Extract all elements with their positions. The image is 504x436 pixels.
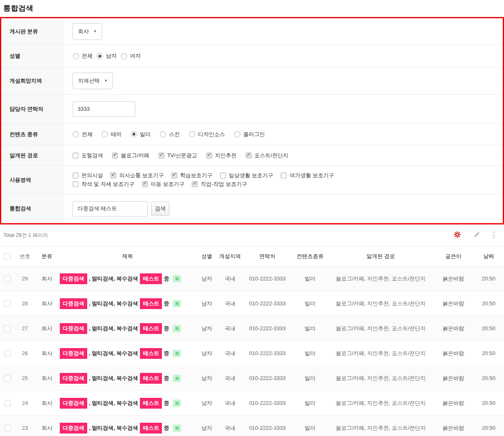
region-select-value: 지역선택 — [78, 77, 100, 85]
field-label-contact: 담당자 연락처 — [1, 95, 64, 123]
title-text: , 멀티검색, 복수검색 — [89, 375, 138, 382]
content-type-radio-group: 전체테마빌더스킨디자인소스플러그인 — [73, 131, 274, 138]
option-label: 포스트/전단지 — [254, 152, 289, 159]
table-row[interactable]: 29 회사 다중검색 , 멀티검색, 복수검색 테스트 중 N 남자 국내 01… — [0, 266, 504, 291]
gender-radio-1[interactable]: 전체 — [73, 52, 93, 60]
highlight-badge: 테스트 — [140, 348, 162, 359]
usage-checkbox-l2-3[interactable]: 직업-작업 보조기구 — [192, 180, 247, 188]
contact-input[interactable] — [73, 101, 135, 117]
usage-checkbox-1[interactable]: 편의시설 — [73, 172, 103, 179]
usage-checkbox-4[interactable]: 일상생활 보조기구 — [220, 172, 274, 179]
highlight-badge: 테스트 — [140, 398, 162, 409]
row-referral: 블로그/카페, 지인추천, 포스트/전단지 — [328, 325, 433, 332]
highlight-badge: 다중검색 — [60, 398, 87, 409]
usage-checkbox-l2-2[interactable]: 이동 보조기구 — [142, 180, 185, 188]
usage-checkbox-2[interactable]: 의사소통 보조기구 — [110, 172, 164, 179]
board-category-select[interactable]: 회사 ▼ — [73, 23, 102, 40]
row-title-link[interactable]: 다중검색 , 멀티검색, 복수검색 테스트 중 N — [59, 423, 196, 434]
row-phone: 010-2222-3333 — [242, 325, 292, 331]
row-checkbox[interactable] — [4, 300, 11, 307]
content-type-radio-3[interactable]: 빌더 — [131, 131, 151, 138]
radio-icon — [189, 131, 195, 137]
table-row[interactable]: 27 회사 다중검색 , 멀티검색, 복수검색 테스트 중 N 남자 국내 01… — [0, 316, 504, 341]
more-options-button[interactable] — [493, 231, 495, 240]
row-checkbox[interactable] — [4, 275, 11, 282]
content-type-radio-1[interactable]: 전체 — [73, 131, 93, 138]
header-category: 분류 — [35, 253, 59, 260]
table-row[interactable]: 23 회사 다중검색 , 멀티검색, 복수검색 테스트 중 N 남자 국내 01… — [0, 415, 504, 436]
table-row[interactable]: 25 회사 다중검색 , 멀티검색, 복수검색 테스트 중 N 남자 국내 01… — [0, 365, 504, 390]
content-type-radio-2[interactable]: 테마 — [102, 131, 122, 138]
row-referral: 블로그/카페, 지인추천, 포스트/전단지 — [328, 300, 433, 307]
referral-checkbox-2[interactable]: 블로그/카페 — [112, 152, 149, 159]
row-content-type: 빌더 — [292, 350, 328, 357]
row-checkbox[interactable] — [4, 400, 11, 407]
row-category: 회사 — [35, 325, 59, 332]
select-all-checkbox[interactable] — [4, 253, 11, 260]
title-suffix: 중 — [164, 399, 169, 407]
settings-button[interactable] — [454, 231, 461, 239]
row-referral: 블로그/카페, 지인추천, 포스트/전단지 — [328, 350, 433, 357]
row-gender: 남자 — [196, 350, 218, 357]
row-number: 27 — [15, 325, 35, 331]
row-checkbox[interactable] — [4, 375, 11, 382]
content-type-radio-4[interactable]: 스킨 — [160, 131, 180, 138]
title-text: , 멀티검색, 복수검색 — [89, 275, 138, 283]
row-number: 26 — [15, 350, 35, 356]
referral-checkbox-4[interactable]: 지인추천 — [206, 152, 237, 159]
gender-radio-3[interactable]: 여자 — [121, 52, 141, 60]
option-label: 착석 및 자세 보조기구 — [81, 180, 135, 188]
row-title-link[interactable]: 다중검색 , 멀티검색, 복수검색 테스트 중 N — [59, 273, 196, 284]
row-writer: 붉은바람 — [433, 350, 473, 357]
usage-checkbox-5[interactable]: 여가생활 보조기구 — [281, 172, 334, 179]
new-badge: N — [173, 350, 181, 357]
field-label-search: 통합검색 — [1, 194, 64, 223]
row-content-type: 빌더 — [292, 325, 328, 332]
title-text: , 멀티검색, 복수검색 — [89, 300, 138, 307]
content-type-radio-6[interactable]: 플러그인 — [234, 131, 265, 138]
row-date: 20:50 — [473, 425, 504, 431]
checkbox-icon — [171, 173, 177, 178]
title-text: , 멀티검색, 복수검색 — [89, 350, 138, 357]
header-title: 제목 — [59, 253, 196, 260]
row-category: 회사 — [35, 375, 59, 382]
new-badge: N — [173, 325, 181, 332]
row-category: 회사 — [35, 424, 59, 432]
title-text: , 멀티검색, 복수검색 — [89, 424, 138, 432]
gender-radio-2[interactable]: 남자 — [97, 52, 117, 60]
field-label-content-type: 컨텐츠 종류 — [1, 124, 64, 145]
search-button[interactable]: 검색 — [151, 202, 169, 216]
highlight-badge: 다중검색 — [60, 273, 87, 284]
option-label: 전체 — [82, 131, 93, 138]
row-checkbox[interactable] — [4, 425, 11, 431]
referral-checkbox-3[interactable]: TV/신문광고 — [159, 152, 197, 159]
row-title-link[interactable]: 다중검색 , 멀티검색, 복수검색 테스트 중 N — [59, 398, 196, 409]
highlight-badge: 다중검색 — [60, 423, 87, 434]
row-date: 20:50 — [473, 350, 504, 356]
row-title-link[interactable]: 다중검색 , 멀티검색, 복수검색 테스트 중 N — [59, 348, 196, 359]
usage-checkbox-3[interactable]: 학습보조기구 — [171, 172, 213, 179]
row-title-link[interactable]: 다중검색 , 멀티검색, 복수검색 테스트 중 N — [59, 323, 196, 334]
referral-checkbox-1[interactable]: 포털검색 — [73, 152, 103, 159]
option-label: 스킨 — [169, 131, 180, 138]
row-checkbox[interactable] — [4, 350, 11, 357]
header-date: 날짜 — [473, 253, 504, 260]
form-row-search: 통합검색 검색 — [1, 194, 503, 223]
table-row[interactable]: 28 회사 다중검색 , 멀티검색, 복수검색 테스트 중 N 남자 국내 01… — [0, 291, 504, 316]
content-type-radio-5[interactable]: 디자인소스 — [189, 131, 225, 138]
row-number: 23 — [15, 425, 35, 431]
row-checkbox[interactable] — [4, 325, 11, 332]
referral-checkbox-5[interactable]: 포스트/전단지 — [246, 152, 289, 159]
checkbox-icon — [281, 173, 286, 178]
table-row[interactable]: 26 회사 다중검색 , 멀티검색, 복수검색 테스트 중 N 남자 국내 01… — [0, 341, 504, 365]
new-badge: N — [173, 399, 181, 407]
checkbox-icon — [192, 181, 198, 187]
region-select[interactable]: 지역선택 ▼ — [73, 73, 113, 89]
row-title-link[interactable]: 다중검색 , 멀티검색, 복수검색 테스트 중 N — [59, 373, 196, 384]
table-row[interactable]: 24 회사 다중검색 , 멀티검색, 복수검색 테스트 중 N 남자 국내 01… — [0, 390, 504, 415]
usage-checkbox-l2-1[interactable]: 착석 및 자세 보조기구 — [73, 180, 135, 188]
radio-icon — [73, 131, 79, 137]
edit-button[interactable] — [473, 231, 480, 239]
search-input[interactable] — [73, 201, 148, 217]
row-title-link[interactable]: 다중검색 , 멀티검색, 복수검색 테스트 중 N — [59, 298, 196, 309]
